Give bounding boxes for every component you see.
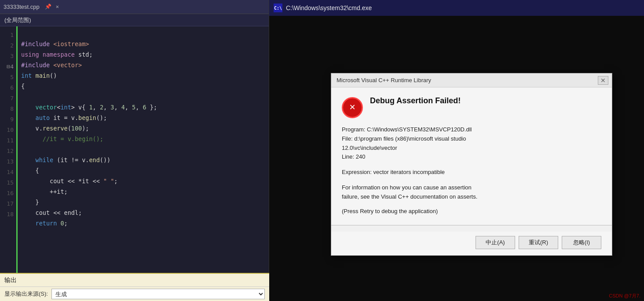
line-num-1: 1 <box>10 30 14 40</box>
expression-block: Expression: vector iterators incompatibl… <box>342 168 601 177</box>
line-num-12: 12 <box>7 146 14 156</box>
line-num-8: 8 <box>10 104 14 114</box>
code-line-15: ++it; <box>21 186 269 197</box>
info-file2: 12.0\vc\include\vector <box>342 144 601 153</box>
cmd-panel: C:\ C:\Windows\system32\cmd.exe Microsof… <box>269 0 644 301</box>
code-line-13: { <box>21 165 269 176</box>
ignore-button[interactable]: 忽略(I) <box>562 236 601 249</box>
output-source-row: 显示输出来源(S): 生成 <box>0 287 269 301</box>
retry-button[interactable]: 重试(R) <box>519 236 558 249</box>
error-icon-circle: ✕ <box>342 97 363 118</box>
output-source-select[interactable]: 生成 <box>51 289 265 299</box>
line-num-9: 9 <box>10 114 14 125</box>
code-line-3: #include <vector> <box>21 60 269 70</box>
cmd-body: Microsoft Visual C++ Runtime Library ✕ ✕… <box>269 16 644 301</box>
line-num-18: 18 <box>7 209 14 220</box>
code-line-blank <box>21 28 269 39</box>
abort-button[interactable]: 中止(A) <box>476 236 515 249</box>
line-num-7: 7 <box>10 93 14 104</box>
scope-bar: (全局范围) <box>0 14 269 26</box>
output-title-bar: 输出 <box>0 274 269 287</box>
code-line-9: v.reserve(100); <box>21 123 269 134</box>
scope-label: (全局范围) <box>4 16 31 24</box>
info-line: Line: 240 <box>342 152 601 162</box>
line-num-16: 16 <box>7 188 14 199</box>
line-num-4[interactable]: ⊟4 <box>7 62 14 72</box>
code-line-5: { <box>21 81 269 91</box>
error-x-icon: ✕ <box>349 103 355 112</box>
cmd-icon: C:\ <box>274 4 282 12</box>
error-dialog: Microsoft Visual C++ Runtime Library ✕ ✕… <box>331 73 612 256</box>
line-num-5: 5 <box>10 72 14 83</box>
modal-close-button[interactable]: ✕ <box>598 76 608 85</box>
info-program: Program: C:\Windows\SYSTEM32\MSVCP120D.d… <box>342 125 601 134</box>
assertion-info-text: For information on how you can cause an … <box>342 183 601 192</box>
cmd-titlebar: C:\ C:\Windows\system32\cmd.exe <box>269 0 644 16</box>
modal-header-row: ✕ Debug Assertion Failed! <box>342 96 601 118</box>
code-line-16: } <box>21 197 269 207</box>
code-editor[interactable]: 1 2 3 ⊟4 5 6 7 8 9 10 11 12 13 14 15 16 … <box>0 26 269 281</box>
modal-titlebar: Microsoft Visual C++ Runtime Library ✕ <box>331 73 612 87</box>
line-num-3: 3 <box>10 51 14 62</box>
tab-filename[interactable]: 33333test.cpp <box>4 4 40 10</box>
modal-divider <box>331 225 612 225</box>
line-num-6: 6 <box>10 83 14 93</box>
info-file: File: d:\program files (x86)\microsoft v… <box>342 134 601 144</box>
cmd-icon-label: C:\ <box>274 6 282 11</box>
line-num-17: 17 <box>7 199 14 209</box>
expression-text: Expression: vector iterators incompatibl… <box>342 168 601 177</box>
modal-info-block: Program: C:\Windows\SYSTEM32\MSVCP120D.d… <box>342 125 601 162</box>
pin-icon[interactable]: 📌 <box>45 4 51 10</box>
code-line-6 <box>21 91 269 102</box>
modal-buttons: 中止(A) 重试(R) 忽略(I) <box>331 232 612 255</box>
code-line-7: vector<int> v{ 1, 2, 3, 4, 5, 6 }; <box>21 102 269 112</box>
tab-bar: 33333test.cpp 📌 ✕ <box>0 0 269 14</box>
code-line-18: return 0; <box>21 218 269 228</box>
code-line-1: #include <iostream> <box>21 39 269 49</box>
code-line-14: cout << *it << " "; <box>21 176 269 186</box>
code-line-12: while (it != v.end()) <box>21 155 269 165</box>
code-line-17: cout << endl; <box>21 207 269 218</box>
line-num-15: 15 <box>7 178 14 188</box>
line-num-13: 13 <box>7 156 14 167</box>
line-num-14: 14 <box>7 167 14 178</box>
line-num-11: 11 <box>7 135 14 146</box>
vs-editor-panel: 33333test.cpp 📌 ✕ (全局范围) 1 2 3 ⊟4 5 6 7 … <box>0 0 269 301</box>
output-source-label: 显示输出来源(S): <box>4 290 48 298</box>
code-line-4: int main() <box>21 70 269 81</box>
code-line-2: using namespace std; <box>21 49 269 60</box>
press-retry-text: (Press Retry to debug the application) <box>342 208 601 214</box>
code-content-area[interactable]: #include <iostream> using namespace std;… <box>18 26 269 281</box>
code-line-11 <box>21 144 269 155</box>
line-num-10: 10 <box>7 125 14 135</box>
line-num-2: 2 <box>10 40 14 51</box>
modal-body: ✕ Debug Assertion Failed! Program: C:\Wi… <box>331 87 612 225</box>
assertion-info-text2: failure, see the Visual C++ documentatio… <box>342 192 601 202</box>
code-line-8: auto it = v.begin(); <box>21 112 269 123</box>
output-panel: 输出 显示输出来源(S): 生成 <box>0 273 269 301</box>
error-icon: ✕ <box>342 97 363 118</box>
code-line-10: //it = v.begin(); <box>21 134 269 144</box>
line-number-gutter: 1 2 3 ⊟4 5 6 7 8 9 10 11 12 13 14 15 16 … <box>0 26 18 281</box>
watermark: CSDN @7月7. <box>609 293 640 299</box>
cmd-title-text: C:\Windows\system32\cmd.exe <box>286 4 372 11</box>
output-title-label: 输出 <box>4 276 17 284</box>
assertion-info-block: For information on how you can cause an … <box>342 183 601 202</box>
assertion-text: Debug Assertion Failed! <box>370 96 461 105</box>
close-tab-icon[interactable]: ✕ <box>56 4 59 10</box>
modal-text-area: Debug Assertion Failed! <box>370 96 461 111</box>
modal-title-text: Microsoft Visual C++ Runtime Library <box>337 77 431 83</box>
